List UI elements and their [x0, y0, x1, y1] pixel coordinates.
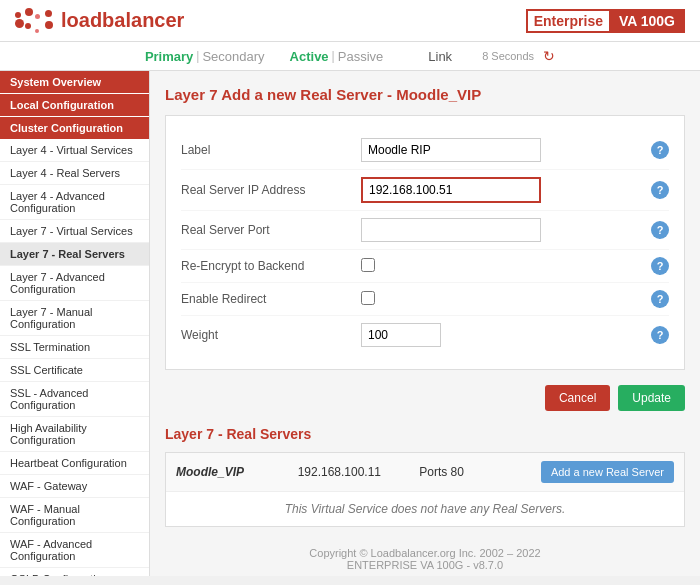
form-row-redirect: Enable Redirect ?: [181, 283, 669, 316]
ip-help-icon[interactable]: ?: [651, 181, 669, 199]
reencrypt-field-label: Re-Encrypt to Backend: [181, 259, 361, 273]
redirect-field-value: [361, 291, 641, 308]
table-cell-ports: Ports 80: [419, 465, 541, 479]
sidebar-item-heartbeat[interactable]: Heartbeat Configuration: [0, 452, 149, 475]
sidebar-item-l4-virtual[interactable]: Layer 4 - Virtual Services: [0, 139, 149, 162]
update-button[interactable]: Update: [618, 385, 685, 411]
real-servers-section: Layer 7 - Real Servers Moodle_VIP 192.16…: [165, 426, 685, 527]
table-cell-ip: 192.168.100.11: [298, 465, 420, 479]
ip-field-value: [361, 177, 641, 203]
add-real-server-button[interactable]: Add a new Real Server: [541, 461, 674, 483]
nav-sep2: |: [332, 49, 335, 63]
sidebar-item-waf-advanced[interactable]: WAF - Advanced Configuration: [0, 533, 149, 568]
enterprise-value: VA 100G: [611, 11, 683, 31]
weight-input[interactable]: [361, 323, 441, 347]
sidebar-section-local[interactable]: Local Configuration: [0, 94, 149, 116]
refresh-icon[interactable]: ↻: [543, 48, 555, 64]
table-cell-action: Add a new Real Server: [541, 461, 674, 483]
port-help-icon[interactable]: ?: [651, 221, 669, 239]
nav-active-group: Active | Passive: [290, 49, 384, 64]
reencrypt-field-value: [361, 258, 641, 275]
tab-secondary[interactable]: Secondary: [202, 49, 264, 64]
cancel-button[interactable]: Cancel: [545, 385, 610, 411]
sidebar-section-overview[interactable]: System Overview: [0, 71, 149, 93]
form-container: Label ? Real Server IP Address ? Real Se…: [165, 115, 685, 370]
form-row-reencrypt: Re-Encrypt to Backend ?: [181, 250, 669, 283]
label-input[interactable]: [361, 138, 541, 162]
ip-input[interactable]: [361, 177, 541, 203]
redirect-help-icon[interactable]: ?: [651, 290, 669, 308]
footer-copyright: Copyright © Loadbalancer.org Inc. 2002 –…: [165, 547, 685, 559]
sidebar-item-ssl-advanced[interactable]: SSL - Advanced Configuration: [0, 382, 149, 417]
port-input[interactable]: [361, 218, 541, 242]
sidebar-section-cluster[interactable]: Cluster Configuration: [0, 117, 149, 139]
main-content: Layer 7 Add a new Real Server - Moodle_V…: [150, 71, 700, 576]
reencrypt-checkbox[interactable]: [361, 258, 375, 272]
weight-help-icon[interactable]: ?: [651, 326, 669, 344]
redirect-checkbox[interactable]: [361, 291, 375, 305]
sidebar-item-l7-virtual[interactable]: Layer 7 - Virtual Services: [0, 220, 149, 243]
label-field-value: [361, 138, 641, 162]
sidebar-item-l4-advanced[interactable]: Layer 4 - Advanced Configuration: [0, 185, 149, 220]
sidebar-item-waf-manual[interactable]: WAF - Manual Configuration: [0, 498, 149, 533]
label-field-label: Label: [181, 143, 361, 157]
form-row-port: Real Server Port ?: [181, 211, 669, 250]
nav-tabs: Primary | Secondary Active | Passive Lin…: [0, 42, 700, 71]
weight-field-value: [361, 323, 641, 347]
real-servers-title: Layer 7 - Real Servers: [165, 426, 685, 442]
port-field-label: Real Server Port: [181, 223, 361, 237]
logo-dots: [15, 8, 53, 33]
port-field-value: [361, 218, 641, 242]
sidebar-item-l4-real[interactable]: Layer 4 - Real Servers: [0, 162, 149, 185]
sidebar-item-ssl-cert[interactable]: SSL Certificate: [0, 359, 149, 382]
form-buttons: Cancel Update: [165, 385, 685, 411]
nav-sep1: |: [196, 49, 199, 63]
form-row-label: Label ?: [181, 131, 669, 170]
sidebar-item-ha[interactable]: High Availability Configuration: [0, 417, 149, 452]
sidebar-item-l7-real[interactable]: Layer 7 - Real Servers: [0, 243, 149, 266]
no-servers-message: This Virtual Service does not have any R…: [166, 492, 684, 526]
form-row-weight: Weight ?: [181, 316, 669, 354]
table-row: Moodle_VIP 192.168.100.11 Ports 80 Add a…: [166, 453, 684, 492]
layout: System Overview Local Configuration Clus…: [0, 71, 700, 576]
sidebar: System Overview Local Configuration Clus…: [0, 71, 150, 576]
form-section-title: Layer 7 Add a new Real Server - Moodle_V…: [165, 86, 685, 103]
tab-primary[interactable]: Primary: [145, 49, 193, 64]
weight-field-label: Weight: [181, 328, 361, 342]
footer: Copyright © Loadbalancer.org Inc. 2002 –…: [165, 547, 685, 576]
sidebar-item-waf-gateway[interactable]: WAF - Gateway: [0, 475, 149, 498]
ip-field-label: Real Server IP Address: [181, 183, 361, 197]
form-row-ip: Real Server IP Address ?: [181, 170, 669, 211]
tab-passive[interactable]: Passive: [338, 49, 384, 64]
enterprise-label: Enterprise: [528, 11, 611, 31]
logo-brand: loadbalancer: [61, 9, 184, 32]
reencrypt-help-icon[interactable]: ?: [651, 257, 669, 275]
header: loadbalancer Enterprise VA 100G: [0, 0, 700, 42]
sidebar-item-ssl-term[interactable]: SSL Termination: [0, 336, 149, 359]
tab-active[interactable]: Active: [290, 49, 329, 64]
sidebar-item-gslb[interactable]: GSLB Configuration: [0, 568, 149, 576]
footer-version: ENTERPRISE VA 100G - v8.7.0: [165, 559, 685, 571]
sidebar-item-l7-advanced[interactable]: Layer 7 - Advanced Configuration: [0, 266, 149, 301]
nav-timer: 8 Seconds: [482, 50, 534, 62]
real-servers-table: Moodle_VIP 192.168.100.11 Ports 80 Add a…: [165, 452, 685, 527]
label-help-icon[interactable]: ?: [651, 141, 669, 159]
nav-primary-group: Primary | Secondary: [145, 49, 265, 64]
table-cell-vip: Moodle_VIP: [176, 465, 298, 479]
tab-link[interactable]: Link: [428, 49, 452, 64]
redirect-field-label: Enable Redirect: [181, 292, 361, 306]
enterprise-badge: Enterprise VA 100G: [526, 9, 685, 33]
logo: loadbalancer: [15, 8, 184, 33]
sidebar-item-l7-manual[interactable]: Layer 7 - Manual Configuration: [0, 301, 149, 336]
